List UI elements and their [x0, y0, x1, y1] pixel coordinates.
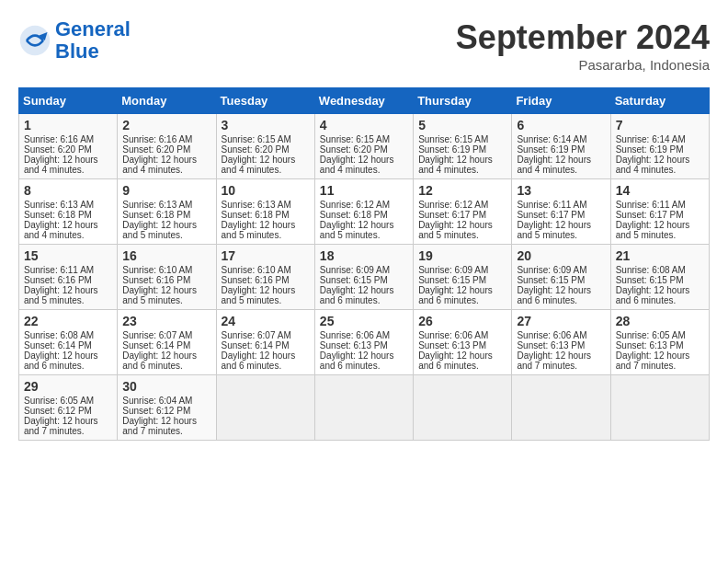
title-block: September 2024 Pasararba, Indonesia: [456, 18, 710, 73]
calendar-cell-18: 18Sunrise: 6:09 AM Sunset: 6:15 PM Dayli…: [314, 245, 413, 310]
day-number: 26: [418, 314, 506, 328]
calendar-week-3: 15Sunrise: 6:11 AM Sunset: 6:16 PM Dayli…: [19, 245, 710, 310]
day-info: Sunrise: 6:09 AM Sunset: 6:15 PM Dayligh…: [418, 265, 493, 305]
day-info: Sunrise: 6:10 AM Sunset: 6:16 PM Dayligh…: [222, 265, 296, 305]
day-number: 16: [122, 248, 210, 263]
day-info: Sunrise: 6:07 AM Sunset: 6:14 PM Dayligh…: [222, 330, 296, 371]
calendar-cell-empty: [314, 375, 413, 441]
calendar-cell-16: 16Sunrise: 6:10 AM Sunset: 6:16 PM Dayli…: [118, 245, 216, 310]
calendar-cell-12: 12Sunrise: 6:12 AM Sunset: 6:17 PM Dayli…: [414, 179, 512, 245]
day-number: 24: [222, 314, 310, 328]
day-info: Sunrise: 6:15 AM Sunset: 6:20 PM Dayligh…: [222, 134, 296, 175]
calendar-cell-6: 6Sunrise: 6:14 AM Sunset: 6:19 PM Daylig…: [512, 114, 610, 179]
day-number: 22: [24, 314, 112, 328]
day-number: 1: [24, 118, 112, 132]
day-info: Sunrise: 6:09 AM Sunset: 6:15 PM Dayligh…: [320, 265, 394, 305]
location: Pasararba, Indonesia: [456, 57, 710, 73]
day-number: 27: [517, 314, 605, 328]
day-info: Sunrise: 6:04 AM Sunset: 6:12 PM Dayligh…: [122, 396, 197, 436]
day-info: Sunrise: 6:13 AM Sunset: 6:18 PM Dayligh…: [222, 200, 296, 240]
day-number: 5: [418, 118, 506, 132]
calendar-table: SundayMondayTuesdayWednesdayThursdayFrid…: [18, 87, 710, 441]
calendar-cell-22: 22Sunrise: 6:08 AM Sunset: 6:14 PM Dayli…: [19, 310, 118, 375]
calendar-cell-28: 28Sunrise: 6:05 AM Sunset: 6:13 PM Dayli…: [610, 310, 709, 375]
day-info: Sunrise: 6:15 AM Sunset: 6:20 PM Dayligh…: [320, 134, 394, 175]
day-info: Sunrise: 6:14 AM Sunset: 6:19 PM Dayligh…: [616, 134, 690, 175]
day-info: Sunrise: 6:11 AM Sunset: 6:16 PM Dayligh…: [24, 265, 98, 305]
day-number: 18: [320, 248, 408, 263]
day-info: Sunrise: 6:12 AM Sunset: 6:17 PM Dayligh…: [418, 200, 493, 240]
day-number: 30: [122, 379, 210, 394]
weekday-header-monday: Monday: [118, 88, 216, 114]
day-info: Sunrise: 6:11 AM Sunset: 6:17 PM Dayligh…: [616, 200, 690, 240]
day-info: Sunrise: 6:08 AM Sunset: 6:14 PM Dayligh…: [24, 330, 98, 371]
day-info: Sunrise: 6:12 AM Sunset: 6:18 PM Dayligh…: [320, 200, 394, 240]
calendar-cell-empty: [216, 375, 314, 441]
month-title: September 2024: [456, 18, 710, 57]
day-info: Sunrise: 6:13 AM Sunset: 6:18 PM Dayligh…: [122, 200, 197, 240]
day-number: 21: [616, 248, 704, 263]
calendar-cell-1: 1Sunrise: 6:16 AM Sunset: 6:20 PM Daylig…: [19, 114, 118, 179]
weekday-header-sunday: Sunday: [19, 88, 118, 114]
logo-line1: General: [55, 17, 131, 40]
logo-text: General Blue: [55, 18, 131, 63]
calendar-cell-27: 27Sunrise: 6:06 AM Sunset: 6:13 PM Dayli…: [512, 310, 610, 375]
weekday-header-friday: Friday: [512, 88, 610, 114]
calendar-week-4: 22Sunrise: 6:08 AM Sunset: 6:14 PM Dayli…: [19, 310, 710, 375]
calendar-cell-empty: [414, 375, 512, 441]
weekday-header-saturday: Saturday: [610, 88, 709, 114]
day-number: 8: [24, 183, 112, 198]
day-info: Sunrise: 6:06 AM Sunset: 6:13 PM Dayligh…: [418, 330, 493, 371]
calendar-week-5: 29Sunrise: 6:05 AM Sunset: 6:12 PM Dayli…: [19, 375, 710, 441]
day-number: 7: [616, 118, 704, 132]
day-number: 10: [222, 183, 310, 198]
calendar-cell-11: 11Sunrise: 6:12 AM Sunset: 6:18 PM Dayli…: [314, 179, 413, 245]
calendar-cell-20: 20Sunrise: 6:09 AM Sunset: 6:15 PM Dayli…: [512, 245, 610, 310]
day-info: Sunrise: 6:07 AM Sunset: 6:14 PM Dayligh…: [122, 330, 197, 371]
calendar-cell-24: 24Sunrise: 6:07 AM Sunset: 6:14 PM Dayli…: [216, 310, 314, 375]
day-number: 15: [24, 248, 112, 263]
day-number: 17: [222, 248, 310, 263]
page-header: General Blue September 2024 Pasararba, I…: [18, 18, 710, 73]
calendar-cell-14: 14Sunrise: 6:11 AM Sunset: 6:17 PM Dayli…: [610, 179, 709, 245]
day-number: 6: [517, 118, 605, 132]
day-info: Sunrise: 6:14 AM Sunset: 6:19 PM Dayligh…: [517, 134, 591, 175]
weekday-header-thursday: Thursday: [414, 88, 512, 114]
calendar-cell-29: 29Sunrise: 6:05 AM Sunset: 6:12 PM Dayli…: [19, 375, 118, 441]
day-number: 14: [616, 183, 704, 198]
day-number: 11: [320, 183, 408, 198]
day-info: Sunrise: 6:16 AM Sunset: 6:20 PM Dayligh…: [122, 134, 197, 175]
day-number: 9: [122, 183, 210, 198]
calendar-cell-30: 30Sunrise: 6:04 AM Sunset: 6:12 PM Dayli…: [118, 375, 216, 441]
calendar-cell-empty: [610, 375, 709, 441]
day-info: Sunrise: 6:09 AM Sunset: 6:15 PM Dayligh…: [517, 265, 591, 305]
calendar-cell-9: 9Sunrise: 6:13 AM Sunset: 6:18 PM Daylig…: [118, 179, 216, 245]
day-info: Sunrise: 6:08 AM Sunset: 6:15 PM Dayligh…: [616, 265, 690, 305]
day-number: 2: [122, 118, 210, 132]
calendar-cell-7: 7Sunrise: 6:14 AM Sunset: 6:19 PM Daylig…: [610, 114, 709, 179]
day-number: 23: [122, 314, 210, 328]
weekday-header-wednesday: Wednesday: [314, 88, 413, 114]
calendar-cell-5: 5Sunrise: 6:15 AM Sunset: 6:19 PM Daylig…: [414, 114, 512, 179]
day-number: 19: [418, 248, 506, 263]
day-info: Sunrise: 6:05 AM Sunset: 6:13 PM Dayligh…: [616, 330, 690, 371]
day-number: 13: [517, 183, 605, 198]
day-info: Sunrise: 6:05 AM Sunset: 6:12 PM Dayligh…: [24, 396, 98, 436]
calendar-cell-8: 8Sunrise: 6:13 AM Sunset: 6:18 PM Daylig…: [19, 179, 118, 245]
calendar-body: 1Sunrise: 6:16 AM Sunset: 6:20 PM Daylig…: [19, 114, 710, 441]
svg-point-0: [20, 26, 50, 55]
calendar-cell-23: 23Sunrise: 6:07 AM Sunset: 6:14 PM Dayli…: [118, 310, 216, 375]
calendar-cell-25: 25Sunrise: 6:06 AM Sunset: 6:13 PM Dayli…: [314, 310, 413, 375]
calendar-cell-15: 15Sunrise: 6:11 AM Sunset: 6:16 PM Dayli…: [19, 245, 118, 310]
calendar-cell-3: 3Sunrise: 6:15 AM Sunset: 6:20 PM Daylig…: [216, 114, 314, 179]
calendar-week-1: 1Sunrise: 6:16 AM Sunset: 6:20 PM Daylig…: [19, 114, 710, 179]
calendar-cell-empty: [512, 375, 610, 441]
day-info: Sunrise: 6:16 AM Sunset: 6:20 PM Dayligh…: [24, 134, 98, 175]
day-info: Sunrise: 6:10 AM Sunset: 6:16 PM Dayligh…: [122, 265, 197, 305]
day-number: 4: [320, 118, 408, 132]
weekday-header-row: SundayMondayTuesdayWednesdayThursdayFrid…: [19, 88, 710, 114]
logo-icon: [18, 24, 51, 57]
calendar-cell-26: 26Sunrise: 6:06 AM Sunset: 6:13 PM Dayli…: [414, 310, 512, 375]
day-info: Sunrise: 6:11 AM Sunset: 6:17 PM Dayligh…: [517, 200, 591, 240]
calendar-cell-19: 19Sunrise: 6:09 AM Sunset: 6:15 PM Dayli…: [414, 245, 512, 310]
